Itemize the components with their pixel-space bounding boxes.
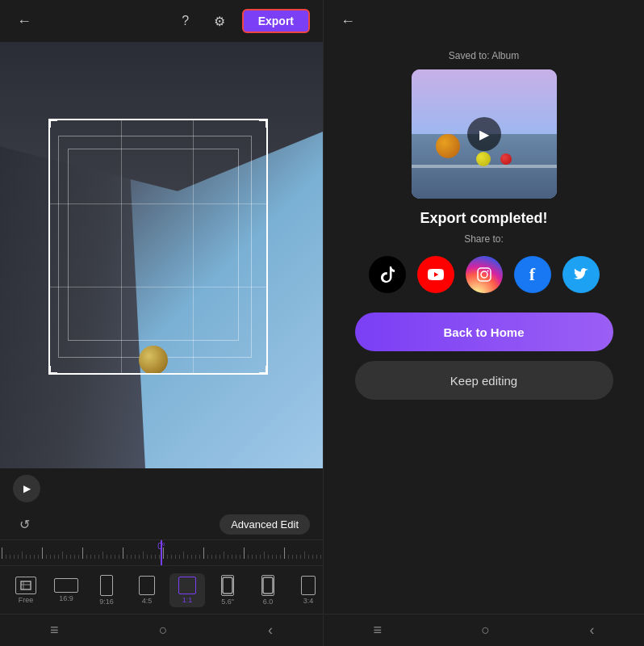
aspect-phone2-label: 6.0 bbox=[263, 598, 274, 606]
video-preview bbox=[0, 42, 323, 468]
aspect-16-9-icon bbox=[54, 578, 78, 593]
thumb-ball-1 bbox=[436, 134, 460, 158]
saved-label: Saved to: Album bbox=[449, 50, 519, 61]
right-nav-home-icon[interactable]: ○ bbox=[481, 622, 490, 639]
export-thumbnail[interactable]: ▶ bbox=[412, 69, 557, 199]
export-button[interactable]: Export bbox=[242, 9, 310, 33]
left-panel: ← ? ⚙ Export bbox=[0, 0, 323, 646]
aspect-1-1-icon bbox=[178, 577, 196, 594]
share-twitter-button[interactable] bbox=[562, 256, 600, 293]
settings-icon[interactable]: ⚙ bbox=[208, 10, 231, 32]
right-bottom-nav: ≡ ○ ‹ bbox=[324, 614, 644, 646]
aspect-9-16[interactable]: 9:16 bbox=[89, 572, 124, 609]
back-to-home-button[interactable]: Back to Home bbox=[355, 313, 613, 351]
aspect-ratio-bar: Free 16:9 9:16 4:5 1:1 5.6" 6. bbox=[0, 565, 323, 614]
nav-back-icon[interactable]: ‹ bbox=[268, 622, 273, 639]
right-nav-menu-icon[interactable]: ≡ bbox=[374, 622, 383, 639]
aspect-4-5-label: 4:5 bbox=[142, 597, 153, 605]
back-button[interactable]: ← bbox=[13, 10, 36, 32]
right-header: ← bbox=[324, 0, 644, 42]
thumb-ball-3 bbox=[500, 153, 512, 165]
aspect-phone1-label: 5.6" bbox=[221, 598, 234, 606]
export-completed-label: Export completed! bbox=[420, 210, 547, 227]
aspect-free-icon bbox=[15, 577, 36, 594]
aspect-4-5[interactable]: 4:5 bbox=[129, 573, 165, 608]
aspect-phone1[interactable]: 5.6" bbox=[210, 572, 245, 609]
aspect-4-5-icon bbox=[139, 576, 155, 595]
aspect-3-4-label: 3:4 bbox=[303, 597, 314, 605]
right-nav-back-icon[interactable]: ‹ bbox=[589, 622, 594, 639]
right-back-button[interactable]: ← bbox=[337, 10, 359, 32]
help-icon[interactable]: ? bbox=[174, 10, 197, 32]
share-facebook-button[interactable]: f bbox=[514, 256, 551, 293]
export-content: Saved to: Album ▶ Export completed! Shar… bbox=[324, 42, 644, 614]
aspect-phone2[interactable]: 6.0 bbox=[250, 572, 286, 609]
nav-menu-icon[interactable]: ≡ bbox=[50, 622, 59, 639]
play-button[interactable]: ▶ bbox=[13, 475, 40, 502]
svg-rect-5 bbox=[478, 268, 491, 281]
svg-rect-4 bbox=[263, 577, 273, 594]
advanced-edit-row: ↺ Advanced Edit bbox=[0, 509, 323, 539]
aspect-16-9[interactable]: 16:9 bbox=[48, 575, 84, 606]
svg-rect-0 bbox=[21, 581, 31, 589]
svg-point-6 bbox=[481, 271, 487, 278]
undo-button[interactable]: ↺ bbox=[13, 513, 36, 535]
svg-point-7 bbox=[487, 271, 488, 272]
header-icons: ? ⚙ Export bbox=[174, 9, 310, 33]
svg-rect-3 bbox=[223, 577, 232, 594]
right-panel: ← Saved to: Album ▶ Export completed! Sh… bbox=[324, 0, 644, 646]
thumb-ball-2 bbox=[476, 152, 491, 166]
keep-editing-button[interactable]: Keep editing bbox=[355, 361, 613, 400]
timeline-ruler[interactable]: 0° bbox=[0, 539, 323, 565]
thumbnail-play-button[interactable]: ▶ bbox=[467, 117, 501, 151]
share-icons: f bbox=[369, 256, 600, 293]
aspect-3-4-icon bbox=[301, 576, 316, 595]
aspect-9-16-icon bbox=[100, 575, 113, 596]
share-youtube-button[interactable] bbox=[417, 256, 454, 293]
share-tiktok-button[interactable] bbox=[369, 256, 406, 293]
ruler-marks bbox=[0, 540, 323, 565]
crop-box[interactable] bbox=[48, 119, 268, 375]
aspect-1-1-label: 1:1 bbox=[182, 596, 193, 604]
left-header: ← ? ⚙ Export bbox=[0, 0, 323, 42]
left-bottom-nav: ≡ ○ ‹ bbox=[0, 614, 323, 646]
advanced-edit-button[interactable]: Advanced Edit bbox=[220, 514, 310, 535]
aspect-9-16-label: 9:16 bbox=[99, 598, 114, 606]
share-instagram-button[interactable] bbox=[466, 256, 503, 293]
aspect-16-9-label: 16:9 bbox=[59, 594, 73, 602]
aspect-1-1[interactable]: 1:1 bbox=[169, 573, 205, 607]
controls-area: ▶ bbox=[0, 468, 323, 509]
aspect-phone1-icon bbox=[221, 575, 234, 596]
aspect-phone2-icon bbox=[261, 575, 274, 596]
aspect-free-label: Free bbox=[19, 596, 34, 604]
nav-home-icon[interactable]: ○ bbox=[159, 622, 168, 639]
aspect-3-4[interactable]: 3:4 bbox=[291, 573, 323, 608]
crop-grid bbox=[50, 120, 266, 373]
aspect-free[interactable]: Free bbox=[8, 573, 44, 607]
share-label: Share to: bbox=[464, 233, 504, 245]
